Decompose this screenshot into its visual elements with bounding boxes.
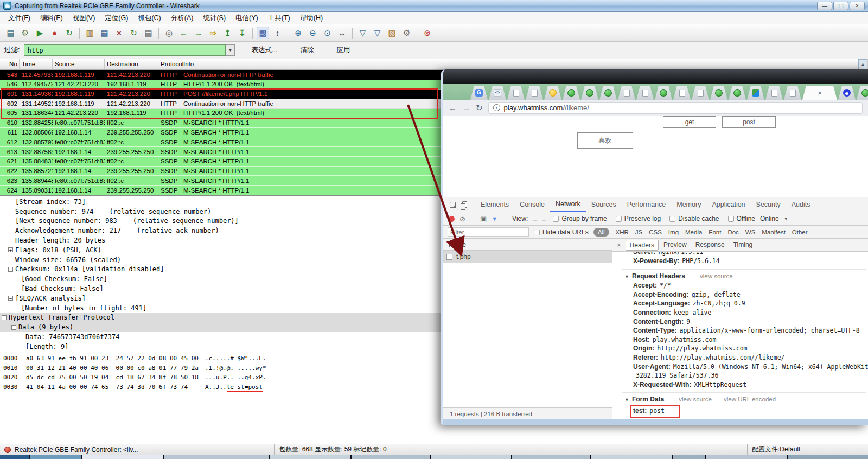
browser-tab[interactable] [489,86,506,100]
close-capture-icon[interactable]: × [113,27,125,39]
filter-pill[interactable]: Manifest [762,229,785,235]
close-icon[interactable]: × [617,241,621,249]
maximize-button[interactable]: ▢ [833,2,848,10]
zoom-in-icon[interactable]: ⊕ [292,27,304,39]
refresh-icon[interactable]: ↻ [476,103,483,113]
separator[interactable] [288,28,288,39]
detail-view-icon[interactable]: ≡ [542,215,546,223]
filter-pill[interactable]: Media [685,229,702,235]
expand-toggle-icon[interactable]: − [2,315,7,320]
autoscroll-icon[interactable]: ↕ [271,27,284,39]
active-browser-tab[interactable]: × [802,86,837,100]
separator[interactable] [352,28,353,39]
browser-tab[interactable] [673,86,691,100]
filter-pill[interactable]: CSS [649,229,662,235]
column-info[interactable]: Info [181,59,868,69]
clear-button[interactable]: 清除 [293,43,320,57]
menu-item[interactable]: 编辑(E) [35,12,68,24]
capture-filter-icon[interactable]: ▽ [356,27,369,39]
taskbar-item[interactable] [30,455,81,459]
browser-tab[interactable] [581,86,598,100]
display-filter-icon[interactable]: ▽ [371,27,384,39]
browser-tab[interactable] [563,86,580,100]
address-bar[interactable]: i play.whatmiss.com//likeme/ [488,102,863,114]
filter-funnel-icon[interactable]: ▼ [492,215,497,222]
menu-item[interactable]: 抓包(C) [133,12,165,24]
browser-tab[interactable] [544,86,561,100]
save-capture-icon[interactable]: ▦ [98,27,111,39]
devtools-tab[interactable]: Performance [622,197,672,212]
view-source-link[interactable]: view source [700,273,733,279]
go-forward-icon[interactable]: → [192,27,205,39]
column-source[interactable]: Source [53,59,105,69]
resize-columns-icon[interactable]: ↔ [336,27,348,39]
forward-icon[interactable]: → [462,103,470,112]
browser-tab[interactable] [526,86,543,100]
browser-tab[interactable] [857,86,868,100]
filter-dropdown-icon[interactable]: ▼ [226,44,235,56]
menu-item[interactable]: 电信(Y) [231,12,263,24]
inspect-element-icon[interactable] [446,197,458,212]
details-subtab[interactable]: Response [692,240,729,251]
tab-close-icon[interactable]: × [818,89,822,97]
browser-tab[interactable] [636,86,654,100]
capture-stop-icon[interactable]: ● [48,27,61,39]
details-subtab[interactable]: Timing [730,240,757,251]
packet-list-scrollbar[interactable]: ▲ [858,59,867,70]
separator[interactable] [79,28,80,39]
zoom-out-icon[interactable]: ⊖ [307,27,319,39]
capture-restart-icon[interactable]: ↻ [63,27,75,39]
expand-toggle-icon[interactable]: − [8,267,13,272]
like-button[interactable]: 喜欢 [577,132,633,149]
taskbar-item[interactable] [788,455,868,459]
browser-tab[interactable] [470,86,488,100]
device-toolbar-icon[interactable] [458,197,470,212]
details-subtab[interactable]: Preview [660,240,691,251]
filter-pill[interactable]: WS [745,229,756,235]
clear-icon[interactable]: ⊘ [459,215,465,223]
column-time[interactable]: Time [20,59,53,69]
filter-pill[interactable]: Doc [727,229,738,235]
taskbar-item[interactable] [591,455,671,459]
browser-tab[interactable] [599,86,617,100]
request-row-tphp[interactable]: t.php [443,251,612,263]
get-button[interactable]: get [663,116,716,128]
browser-tab[interactable] [710,86,727,100]
open-capture-icon[interactable]: ▥ [84,27,96,39]
go-back-icon[interactable]: ← [177,27,190,39]
help-icon[interactable]: ⊗ [421,27,433,39]
browser-tab[interactable] [618,86,635,100]
expand-toggle-icon[interactable]: + [8,247,13,252]
go-to-bottom-icon[interactable]: ↧ [236,27,248,39]
browser-tab[interactable] [765,86,783,100]
view-url-encoded-link[interactable]: view URL encoded [724,396,776,403]
expand-toggle-icon[interactable]: − [11,325,16,330]
menu-item[interactable]: 定位(G) [100,12,133,24]
expand-toggle-icon[interactable]: − [8,296,13,301]
devtools-checkbox[interactable]: Preserve log [616,215,661,222]
devtools-checkbox[interactable]: Offline [728,215,755,222]
filter-pill[interactable]: All [593,228,609,237]
network-filter-input[interactable] [448,227,529,237]
taskbar-item[interactable] [431,455,511,459]
taskbar-item[interactable] [270,455,350,459]
name-column-header[interactable]: Name [443,239,612,251]
browser-tab[interactable] [784,86,801,100]
reload-capture-icon[interactable]: ↻ [127,27,140,39]
details-subtab[interactable]: Headers [626,240,659,251]
devtools-tab[interactable]: Application [706,197,750,212]
page-info-icon[interactable]: i [493,104,500,111]
browser-tab[interactable] [507,86,525,100]
devtools-tab[interactable]: Audits [786,197,816,212]
browser-tab[interactable] [838,86,856,100]
browser-tab[interactable] [729,86,746,100]
taskbar-item[interactable] [352,455,429,459]
devtools-tab[interactable]: Sources [586,197,622,212]
disclosure-triangle-icon[interactable]: ▼ [624,274,629,279]
filter-pill[interactable]: Img [668,229,679,235]
record-icon[interactable] [449,216,455,222]
column-no[interactable]: No. [0,59,20,69]
expression-button[interactable]: 表达式... [245,43,284,57]
interface-list-icon[interactable]: ▤ [4,27,17,39]
menu-item[interactable]: 分析(A) [166,12,199,24]
